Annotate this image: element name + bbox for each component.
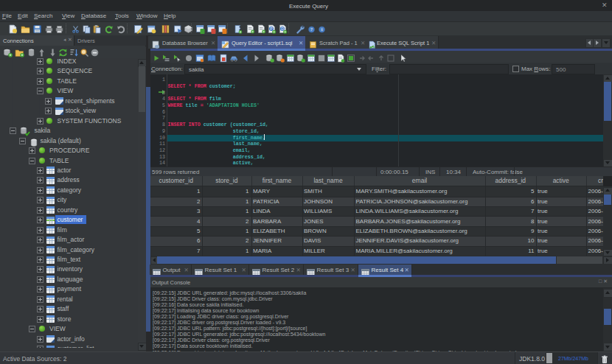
svg-text:?: ?	[310, 27, 313, 32]
svg-text:D: D	[281, 27, 284, 31]
